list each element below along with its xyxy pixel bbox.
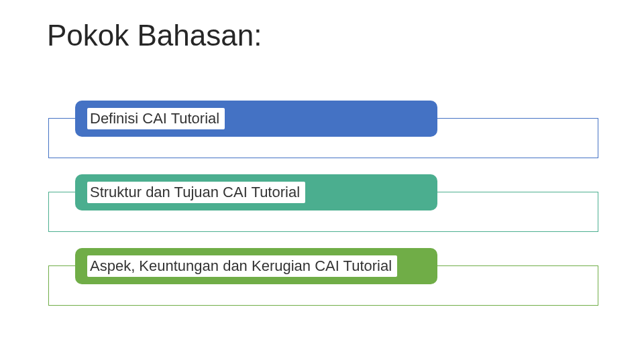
topic-pill-3: Aspek, Keuntungan dan Kerugian CAI Tutor…: [75, 248, 437, 284]
topic-label: Aspek, Keuntungan dan Kerugian CAI Tutor…: [87, 255, 397, 277]
topic-label: Struktur dan Tujuan CAI Tutorial: [87, 182, 305, 203]
page-title: Pokok Bahasan:: [47, 19, 262, 52]
topic-pill-1: Definisi CAI Tutorial: [75, 101, 437, 137]
topic-label: Definisi CAI Tutorial: [87, 108, 225, 129]
topic-pill-2: Struktur dan Tujuan CAI Tutorial: [75, 174, 437, 210]
slide: Pokok Bahasan: Definisi CAI Tutorial Str…: [0, 0, 644, 362]
